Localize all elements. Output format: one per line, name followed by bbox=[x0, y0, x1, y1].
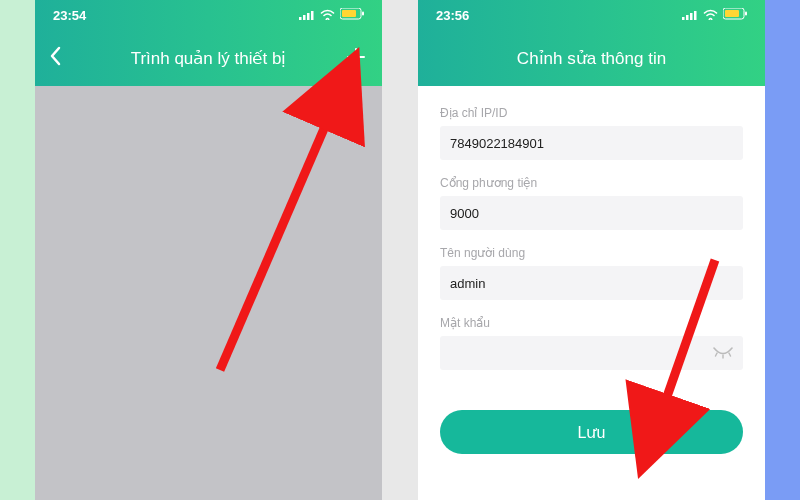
wifi-icon bbox=[703, 8, 718, 23]
svg-line-16 bbox=[729, 353, 731, 356]
svg-rect-13 bbox=[745, 11, 747, 15]
header-right: 23:56 Chỉnh sửa thông tin bbox=[418, 0, 765, 86]
ip-input[interactable] bbox=[440, 126, 743, 160]
status-bar: 23:56 bbox=[418, 0, 765, 30]
svg-rect-2 bbox=[307, 13, 310, 20]
page-title: Trình quản lý thiết bị bbox=[131, 48, 287, 69]
svg-rect-12 bbox=[725, 10, 739, 17]
ip-label: Địa chỉ IP/ID bbox=[440, 106, 743, 120]
save-button[interactable]: Lưu bbox=[440, 410, 743, 454]
username-label: Tên người dùng bbox=[440, 246, 743, 260]
svg-rect-8 bbox=[686, 15, 689, 20]
toggle-password-visibility-icon[interactable] bbox=[713, 343, 733, 363]
port-input[interactable] bbox=[440, 196, 743, 230]
password-label: Mật khẩu bbox=[440, 316, 743, 330]
svg-rect-6 bbox=[362, 11, 364, 15]
svg-rect-9 bbox=[690, 13, 693, 20]
status-bar: 23:54 bbox=[35, 0, 382, 30]
page-title: Chỉnh sửa thông tin bbox=[517, 48, 666, 69]
empty-device-list bbox=[35, 86, 382, 500]
status-indicators bbox=[299, 8, 364, 23]
edit-form: Địa chỉ IP/ID Cổng phương tiện Tên người… bbox=[418, 86, 765, 500]
status-time: 23:54 bbox=[53, 8, 86, 23]
svg-rect-7 bbox=[682, 17, 685, 20]
svg-rect-10 bbox=[694, 11, 697, 20]
phone-screen-left: 23:54 Trình quản lý thiết bị bbox=[35, 0, 382, 500]
back-icon[interactable] bbox=[49, 44, 61, 72]
battery-icon bbox=[723, 8, 747, 23]
title-bar-left: Trình quản lý thiết bị bbox=[35, 30, 382, 86]
add-button[interactable] bbox=[346, 42, 366, 74]
svg-rect-3 bbox=[311, 11, 314, 20]
status-time: 23:56 bbox=[436, 8, 469, 23]
svg-rect-0 bbox=[299, 17, 302, 20]
signal-icon bbox=[682, 8, 698, 23]
decorative-strip-left bbox=[0, 0, 35, 500]
signal-icon bbox=[299, 8, 315, 23]
password-input[interactable] bbox=[440, 336, 743, 370]
svg-rect-1 bbox=[303, 15, 306, 20]
username-input[interactable] bbox=[440, 266, 743, 300]
phone-screen-right: 23:56 Chỉnh sửa thông tin Địa chỉ IP/ID … bbox=[418, 0, 765, 500]
status-indicators bbox=[682, 8, 747, 23]
header-left: 23:54 Trình quản lý thiết bị bbox=[35, 0, 382, 86]
battery-icon bbox=[340, 8, 364, 23]
wifi-icon bbox=[320, 8, 335, 23]
port-label: Cổng phương tiện bbox=[440, 176, 743, 190]
svg-rect-5 bbox=[342, 10, 356, 17]
decorative-strip-right bbox=[765, 0, 800, 500]
svg-line-14 bbox=[716, 353, 718, 356]
title-bar-right: Chỉnh sửa thông tin bbox=[418, 30, 765, 86]
